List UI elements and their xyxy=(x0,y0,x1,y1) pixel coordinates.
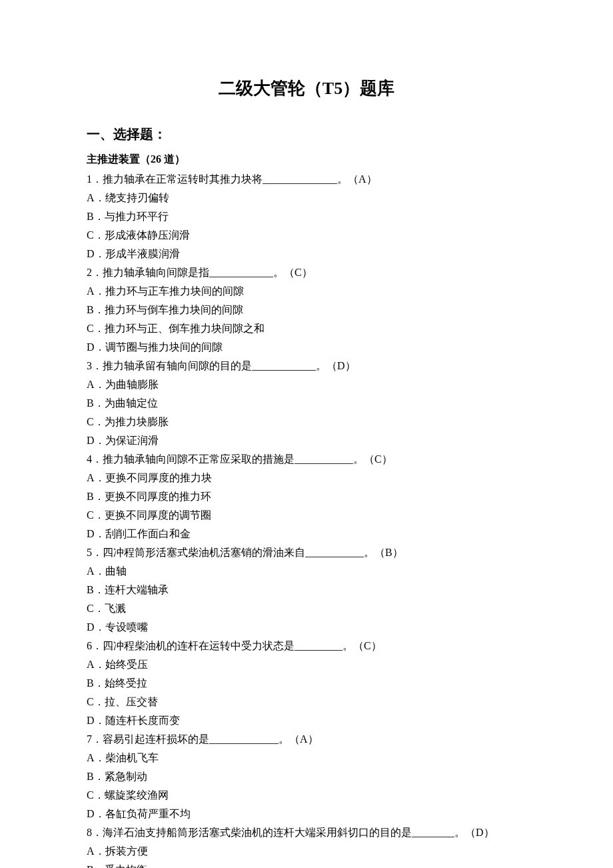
question-option: C．推力环与正、倒车推力块间隙之和 xyxy=(87,319,526,338)
question-stem: 6．四冲程柴油机的连杆在运转中受力状态是_________。（C） xyxy=(87,637,526,655)
question-option: A．曲轴 xyxy=(87,562,526,581)
question-option: A．柴油机飞车 xyxy=(87,749,526,767)
question-8: 8．海洋石油支持船筒形活塞式柴油机的连杆大端采用斜切口的目的是________。… xyxy=(87,823,526,869)
question-option: C．更换不同厚度的调节圈 xyxy=(87,506,526,525)
question-3: 3．推力轴承留有轴向间隙的目的是____________。（D） A．为曲轴膨胀… xyxy=(87,357,526,450)
question-stem: 2．推力轴承轴向间隙是指____________。（C） xyxy=(87,263,526,282)
question-option: B．受力均衡 xyxy=(87,861,526,869)
question-option: C．拉、压交替 xyxy=(87,693,526,711)
question-option: A．为曲轴膨胀 xyxy=(87,375,526,394)
question-5: 5．四冲程筒形活塞式柴油机活塞销的滑油来自___________。（B） A．曲… xyxy=(87,543,526,637)
question-option: C．螺旋桨绞渔网 xyxy=(87,786,526,805)
question-option: B．始终受拉 xyxy=(87,674,526,693)
question-6: 6．四冲程柴油机的连杆在运转中受力状态是_________。（C） A．始终受压… xyxy=(87,637,526,730)
question-option: D．各缸负荷严重不均 xyxy=(87,805,526,823)
question-option: C．飞溅 xyxy=(87,599,526,618)
question-option: A．推力环与正车推力块间的间隙 xyxy=(87,282,526,301)
question-2: 2．推力轴承轴向间隙是指____________。（C） A．推力环与正车推力块… xyxy=(87,263,526,357)
question-option: D．随连杆长度而变 xyxy=(87,711,526,730)
question-option: D．形成半液膜润滑 xyxy=(87,245,526,263)
document-page: 二级大管轮（T5）题库 一、选择题： 主推进装置（26 道） 1．推力轴承在正常… xyxy=(0,0,613,868)
question-stem: 3．推力轴承留有轴向间隙的目的是____________。（D） xyxy=(87,357,526,375)
question-option: B．与推力环平行 xyxy=(87,207,526,226)
question-option: B．更换不同厚度的推力环 xyxy=(87,487,526,506)
question-option: A．拆装方便 xyxy=(87,842,526,861)
question-option: B．为曲轴定位 xyxy=(87,394,526,413)
question-stem: 8．海洋石油支持船筒形活塞式柴油机的连杆大端采用斜切口的目的是________。… xyxy=(87,823,526,842)
question-stem: 4．推力轴承轴向间隙不正常应采取的措施是___________。（C） xyxy=(87,450,526,469)
question-option: D．刮削工作面白和金 xyxy=(87,525,526,543)
question-option: D．专设喷嘴 xyxy=(87,618,526,637)
question-stem: 5．四冲程筒形活塞式柴油机活塞销的滑油来自___________。（B） xyxy=(87,543,526,562)
question-option: C．为推力块膨胀 xyxy=(87,413,526,431)
question-option: A．更换不同厚度的推力块 xyxy=(87,469,526,487)
page-title: 二级大管轮（T5）题库 xyxy=(87,73,526,104)
question-option: B．推力环与倒车推力块间的间隙 xyxy=(87,301,526,319)
sub-heading: 主推进装置（26 道） xyxy=(87,150,526,169)
question-option: D．调节圈与推力块间的间隙 xyxy=(87,338,526,357)
question-1: 1．推力轴承在正常运转时其推力块将______________。（A） A．绕支… xyxy=(87,170,526,263)
question-option: B．紧急制动 xyxy=(87,767,526,786)
question-option: A．始终受压 xyxy=(87,655,526,674)
section-heading: 一、选择题： xyxy=(87,123,526,146)
question-option: A．绕支持刃偏转 xyxy=(87,189,526,207)
question-option: B．连杆大端轴承 xyxy=(87,581,526,599)
question-option: C．形成液体静压润滑 xyxy=(87,226,526,245)
question-stem: 7．容易引起连杆损坏的是_____________。（A） xyxy=(87,730,526,749)
question-option: D．为保证润滑 xyxy=(87,431,526,450)
question-stem: 1．推力轴承在正常运转时其推力块将______________。（A） xyxy=(87,170,526,189)
question-4: 4．推力轴承轴向间隙不正常应采取的措施是___________。（C） A．更换… xyxy=(87,450,526,543)
question-7: 7．容易引起连杆损坏的是_____________。（A） A．柴油机飞车 B．… xyxy=(87,730,526,823)
